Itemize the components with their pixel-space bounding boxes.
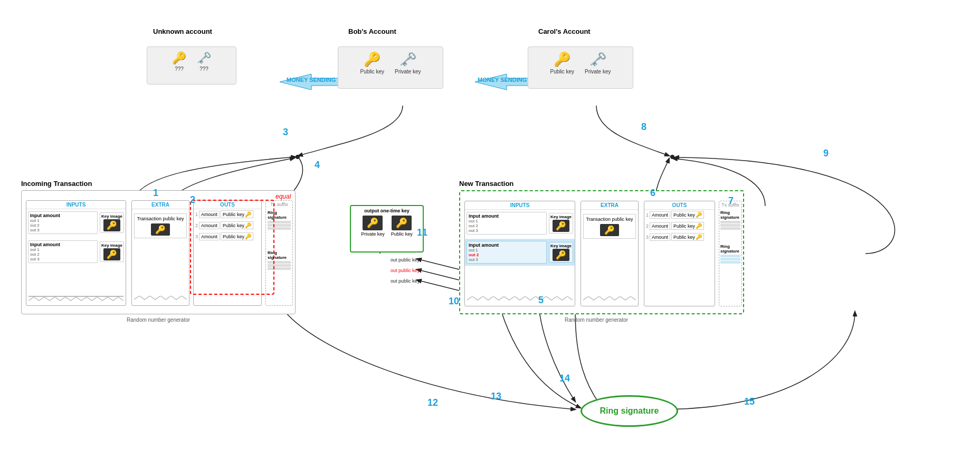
bob-public-key: 🔑 Public key	[360, 51, 384, 74]
node-dot-1	[296, 155, 300, 159]
step-9: 9	[823, 148, 829, 159]
key-icon-2: 🔑	[103, 248, 120, 260]
new-tx-title: New Transaction	[459, 180, 513, 188]
out-pubkey-label-2: out public key	[391, 268, 420, 273]
output-one-time-key-label: output one-time key	[364, 208, 410, 213]
incoming-outs-section: OUTS 1 Amount Public key 🔑 2 Amount Publ…	[193, 200, 262, 306]
unknown-key2-icon: 🗝️	[197, 51, 211, 65]
unknown-key2-label: ???	[199, 66, 208, 72]
bob-private-key: 🗝️ Private key	[395, 51, 421, 74]
new-out-row-2: 2 Amount Public key 🔑	[644, 221, 715, 231]
step-14: 14	[559, 373, 570, 384]
unknown-key2: 🗝️ ???	[197, 51, 211, 72]
new-out-row-3: 3 Amount Public key 🔑	[644, 232, 715, 242]
node-dot-2	[670, 155, 674, 159]
key-icon-1: 🔑	[103, 219, 120, 231]
new-inputs-label: INPUTS	[465, 201, 575, 210]
new-tx-box: INPUTS Input amount out 1 out 2 out 3 Ke…	[459, 190, 744, 314]
diagram-container: Unknown account 🔑 ??? 🗝️ ??? MONEY SENDI…	[0, 0, 980, 467]
step-3: 3	[283, 127, 288, 138]
random-gen-incoming: Random number generator	[127, 317, 190, 323]
incoming-inputs-section: INPUTS Input amount out 1 out 2 out 3 Ke…	[26, 200, 126, 306]
bob-private-key-icon: 🗝️	[399, 51, 416, 68]
new-outs-label: OUTS	[644, 201, 715, 210]
equal-label: equal	[275, 193, 291, 200]
new-extra-label: EXTRA	[581, 201, 638, 210]
new-input-row-1: Input amount out 1 out 2 out 3 Key image…	[465, 210, 575, 237]
incoming-tx-suffix: Tx suffix Ring signature Ring signature	[265, 200, 293, 306]
account-box-bob: 🔑 Public key 🗝️ Private key	[338, 46, 443, 89]
step-4: 4	[315, 160, 320, 171]
out-pubkey-label-3: out public key	[391, 278, 420, 284]
account-box-unknown: 🔑 ??? 🗝️ ???	[147, 46, 236, 85]
account-title-bob: Bob's Account	[348, 27, 396, 35]
step-1: 1	[153, 188, 158, 199]
new-extra-section: EXTRA Transaction public key 🔑	[581, 201, 639, 306]
random-gen-new: Random number generator	[565, 317, 628, 323]
account-title-unknown: Unknown account	[153, 27, 212, 35]
new-inputs-section: INPUTS Input amount out 1 out 2 out 3 Ke…	[464, 201, 575, 306]
carol-private-key-label: Private key	[585, 69, 611, 74]
incoming-outs-label: OUTS	[194, 201, 261, 209]
step-5: 5	[538, 295, 544, 306]
step-15: 15	[744, 396, 755, 407]
step-2: 2	[190, 194, 195, 206]
incoming-tx-title: Incoming Transaction	[21, 180, 92, 188]
account-box-carol: 🔑 Public key 🗝️ Private key	[528, 46, 633, 89]
step-6: 6	[650, 188, 655, 199]
carol-private-key-icon: 🗝️	[589, 51, 606, 68]
unknown-key1-label: ???	[175, 66, 184, 72]
step-11: 11	[417, 227, 427, 238]
carol-public-key-icon: 🔑	[554, 51, 570, 68]
new-out-row-1: 1 Amount Public key 🔑	[644, 210, 715, 220]
ring-signature-oval: Ring signature	[581, 395, 678, 427]
carol-public-key: 🔑 Public key	[550, 51, 574, 74]
incoming-tx-box: INPUTS Input amount out 1 out 2 out 3 Ke…	[21, 190, 296, 314]
bob-public-key-icon: 🔑	[364, 51, 380, 68]
incoming-extra-label: EXTRA	[132, 201, 189, 209]
output-private-key: 🔑 Private key	[361, 216, 385, 237]
new-tx-suffix: Tx suffix Ring signature Ring signature	[719, 201, 742, 306]
incoming-extra-section: EXTRA Transaction public key 🔑	[131, 200, 189, 306]
money-sending-2: MONEY SENDING	[478, 77, 527, 83]
step-8: 8	[641, 122, 646, 133]
out-row-3: 3 Amount Public key 🔑	[194, 231, 261, 241]
incoming-input-row-1: Input amount out 1 out 2 out 3 Key image…	[26, 209, 126, 236]
new-outs-section: OUTS 1 Amount Public key 🔑 2 Amount Publ…	[644, 201, 715, 306]
step-12: 12	[427, 397, 438, 408]
bob-private-key-label: Private key	[395, 69, 421, 74]
incoming-input-row-2: Input amount out 1 out 2 out 3 Key image…	[26, 238, 126, 265]
account-title-carol: Carol's Account	[538, 27, 591, 35]
step-13: 13	[491, 391, 501, 402]
unknown-key1: 🔑 ???	[172, 51, 186, 72]
unknown-key1-icon: 🔑	[172, 51, 186, 65]
out-row-2: 2 Amount Public key 🔑	[194, 220, 261, 230]
out-row-1: 1 Amount Public key 🔑	[194, 209, 261, 219]
new-input-row-2: Input amount out 1 out 2 out 3 Key image…	[465, 239, 575, 266]
carol-public-key-label: Public key	[550, 69, 574, 74]
incoming-inputs-label: INPUTS	[26, 201, 126, 209]
output-one-time-key-box: output one-time key 🔑 Private key 🔑 Publ…	[350, 205, 424, 253]
step-7: 7	[728, 195, 734, 207]
carol-private-key: 🗝️ Private key	[585, 51, 611, 74]
money-sending-1: MONEY SENDING	[287, 77, 336, 83]
out-pubkey-label-1: out public key	[391, 257, 420, 263]
bob-public-key-label: Public key	[360, 69, 384, 74]
step-10: 10	[449, 296, 459, 307]
output-public-key: 🔑 Public key	[391, 216, 413, 237]
